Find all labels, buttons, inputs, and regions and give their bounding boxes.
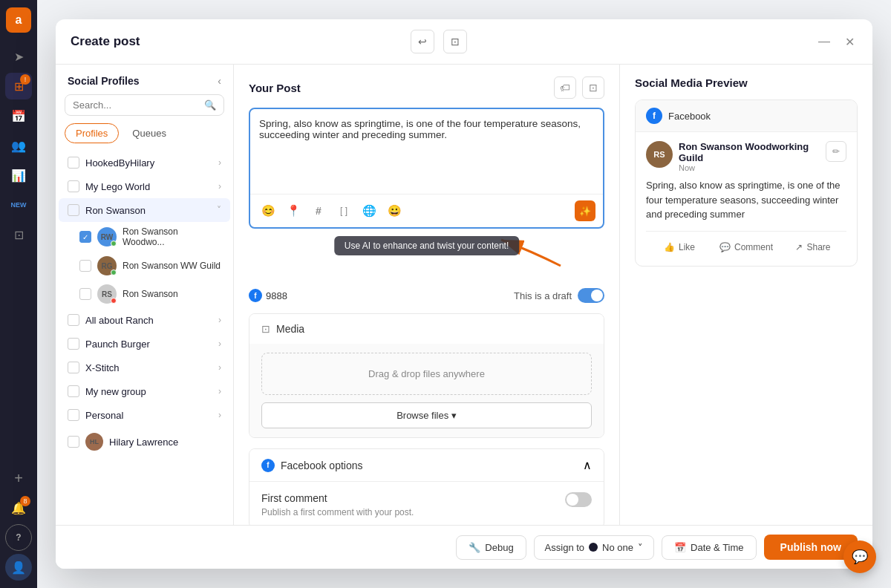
sidebar-grid-icon[interactable]: ⊡: [5, 221, 32, 248]
group-paunch-burger[interactable]: Paunch Burger ›: [59, 332, 230, 356]
sub-profile-name: Ron Swanson: [123, 289, 221, 299]
modal-header: Create post ↩ ⊡ — ✕: [56, 19, 872, 65]
chevron-right-icon: ›: [218, 157, 221, 168]
debug-button[interactable]: 🔧 Debug: [456, 535, 526, 560]
sub-profile-avatar: RW: [97, 227, 117, 246]
sidebar-chart-icon[interactable]: 📊: [5, 162, 32, 189]
comment-action[interactable]: 💬 Comment: [713, 238, 780, 257]
hookedbyhilary-checkbox[interactable]: [68, 157, 79, 169]
draft-toggle[interactable]: [578, 288, 604, 303]
preview-avatar: RS: [646, 141, 673, 168]
group-x-stitch[interactable]: X-Stitch ›: [59, 356, 230, 379]
group-ron-swanson[interactable]: Ron Swanson ˅: [59, 198, 230, 222]
sticker-icon[interactable]: 😀: [384, 200, 405, 221]
redo-button[interactable]: ⊡: [443, 30, 467, 53]
first-comment-toggle[interactable]: [565, 492, 592, 507]
app-logo[interactable]: a: [6, 7, 31, 33]
my-lego-world-checkbox[interactable]: [68, 180, 79, 192]
personal-checkbox[interactable]: [68, 409, 79, 421]
all-about-ranch-checkbox[interactable]: [68, 314, 79, 326]
sidebar-add-icon[interactable]: +: [5, 465, 32, 491]
group-name: Hilary Lawrence: [109, 437, 221, 448]
date-time-button[interactable]: 📅 Date & Time: [662, 535, 757, 560]
sidebar-help-icon[interactable]: ?: [5, 524, 32, 551]
preview-edit-button[interactable]: ✏: [826, 141, 846, 162]
profile-hilary-lawrence[interactable]: HL Hilary Lawrence: [59, 427, 230, 457]
sub-profile-ron-woodwo[interactable]: ✓ RW Ron Swanson Woodwo...: [71, 222, 230, 252]
mention-icon[interactable]: [ ]: [333, 200, 354, 221]
modal-footer: 🔧 Debug Assign to No one ˅ 📅 Date & Time…: [56, 525, 872, 569]
hashtag-icon[interactable]: #: [308, 200, 329, 221]
first-comment-desc: Publish a first comment with your post.: [261, 507, 414, 517]
sidebar-send-icon[interactable]: ➤: [5, 43, 32, 70]
group-personal[interactable]: Personal ›: [59, 403, 230, 427]
draft-label: This is a draft: [514, 290, 572, 301]
chevron-right-icon: ›: [218, 362, 221, 373]
my-new-group-checkbox[interactable]: [68, 385, 79, 397]
sub-profile-checkbox[interactable]: ✓: [79, 231, 91, 243]
share-action[interactable]: ↗ Share: [780, 238, 846, 257]
like-label: Like: [679, 242, 695, 252]
group-name: Paunch Burger: [85, 339, 212, 350]
post-footer: f 9888 This is a draft: [249, 288, 604, 303]
preview-card-header: f Facebook: [636, 100, 857, 132]
sidebar-user-icon[interactable]: 👤: [5, 554, 32, 581]
sub-profile-ron-ww-guild[interactable]: RG Ron Swanson WW Guild: [71, 252, 230, 280]
chat-bubble-button[interactable]: 💬: [843, 540, 876, 573]
minimize-button[interactable]: —: [815, 32, 833, 51]
post-textarea[interactable]: Spring, also know as springtime, is one …: [250, 109, 603, 191]
facebook-count: f 9888: [249, 289, 287, 302]
emoji-icon[interactable]: 😊: [258, 200, 278, 221]
post-area: Your Post 🏷 ⊡ Spring, also know as sprin…: [234, 65, 620, 525]
post-area-header: Your Post 🏷 ⊡: [249, 76, 604, 99]
copy-button[interactable]: ⊡: [582, 76, 604, 99]
facebook-options-header[interactable]: f Facebook options ∧: [249, 449, 604, 481]
drop-zone[interactable]: Drag & drop files anywhere: [261, 353, 592, 395]
profiles-title: Social Profiles: [68, 75, 139, 87]
link-icon[interactable]: 🌐: [359, 200, 379, 221]
close-button[interactable]: ✕: [842, 32, 858, 52]
share-icon: ↗: [795, 242, 803, 252]
comment-label: Comment: [734, 242, 773, 252]
group-hookedbyhilary[interactable]: HookedByHilary ›: [59, 151, 230, 174]
group-my-lego-world[interactable]: My Lego World ›: [59, 174, 230, 198]
preview-panel: Social Media Preview f Facebook RS Ron S…: [620, 65, 872, 525]
hilary-checkbox[interactable]: [68, 436, 79, 448]
x-stitch-checkbox[interactable]: [68, 362, 79, 373]
paunch-burger-checkbox[interactable]: [68, 338, 79, 350]
facebook-badge-icon: f: [646, 108, 662, 124]
tab-queues[interactable]: Queues: [122, 123, 177, 143]
undo-button[interactable]: ↩: [411, 30, 434, 53]
like-icon: 👍: [664, 242, 675, 252]
chevron-right-icon: ›: [218, 339, 221, 349]
group-all-about-ranch[interactable]: All about Ranch ›: [59, 308, 230, 332]
drop-text: Drag & drop files anywhere: [368, 368, 485, 379]
like-action[interactable]: 👍 Like: [646, 238, 713, 257]
sub-profile-checkbox[interactable]: [79, 260, 91, 272]
sidebar-calendar-icon[interactable]: 📅: [5, 102, 32, 129]
collapse-button[interactable]: ‹: [218, 75, 221, 87]
tag-button[interactable]: 🏷: [554, 76, 576, 99]
create-post-modal: Create post ↩ ⊡ — ✕ Social Profiles ‹ 🔍: [56, 19, 872, 569]
media-icon: ⊡: [261, 323, 270, 335]
group-name: All about Ranch: [85, 315, 212, 326]
sub-profile-ron-swanson[interactable]: RS Ron Swanson: [71, 280, 230, 308]
ron-swanson-checkbox[interactable]: [68, 204, 79, 216]
sidebar-home-icon[interactable]: ⊞ !: [5, 73, 32, 99]
sidebar-people-icon[interactable]: 👥: [5, 132, 32, 159]
location-icon[interactable]: 📍: [283, 200, 304, 221]
assign-to-button[interactable]: Assign to No one ˅: [534, 535, 654, 560]
group-my-new-group[interactable]: My new group ›: [59, 379, 230, 403]
share-label: Share: [806, 242, 830, 252]
arrow-container: [249, 236, 604, 273]
preview-text: Spring, also know as springtime, is one …: [646, 178, 846, 222]
browse-files-button[interactable]: Browse files ▾: [261, 402, 592, 428]
search-input[interactable]: [73, 99, 200, 111]
app-sidebar: a ➤ ⊞ ! 📅 👥 📊 NEW ⊡ + 🔔8 ? 👤: [0, 0, 37, 588]
sidebar-new-icon[interactable]: NEW: [5, 192, 32, 218]
sidebar-bell-icon[interactable]: 🔔8: [5, 494, 32, 521]
tab-profiles[interactable]: Profiles: [65, 123, 119, 143]
sub-profile-checkbox[interactable]: [79, 288, 91, 300]
ai-enhance-button[interactable]: ✨: [575, 200, 595, 221]
facebook-icon-sm: f: [249, 289, 262, 302]
